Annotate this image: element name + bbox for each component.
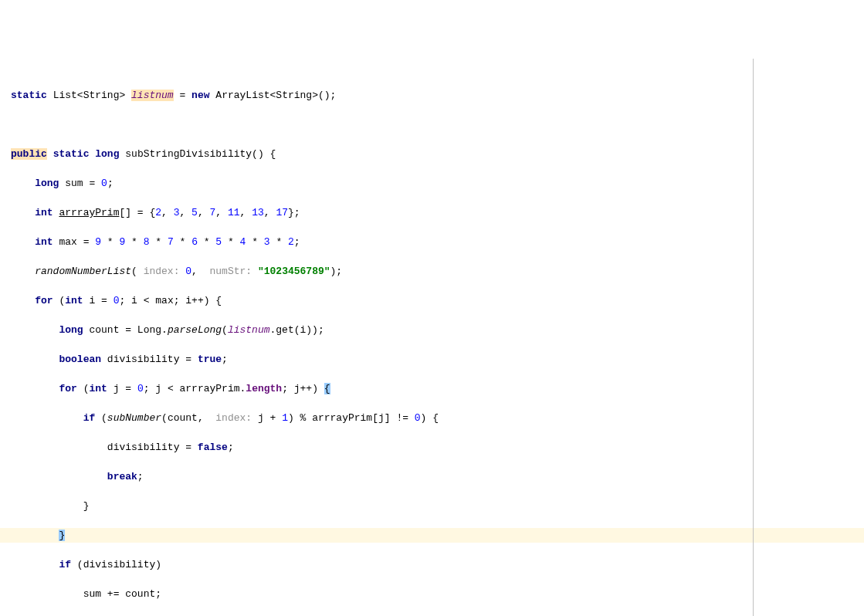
code-line[interactable]: long sum = 0; xyxy=(0,176,864,191)
code-line[interactable]: boolean divisibility = true; xyxy=(0,352,864,367)
code-line[interactable]: public static long subStringDivisibility… xyxy=(0,147,864,161)
code-line[interactable]: static List<String> listnum = new ArrayL… xyxy=(0,88,864,103)
margin-guide xyxy=(753,59,754,616)
code-line[interactable]: } xyxy=(0,499,864,513)
code-editor[interactable]: static List<String> listnum = new ArrayL… xyxy=(0,59,864,616)
code-line[interactable]: if (subNumber(count, index: j + 1) % arr… xyxy=(0,411,864,425)
code-line[interactable]: break; xyxy=(0,469,864,484)
code-line[interactable] xyxy=(0,117,864,132)
code-line[interactable]: int arrrayPrim[] = {2, 3, 5, 7, 11, 13, … xyxy=(0,205,864,220)
code-line[interactable]: long count = Long.parseLong(listnum.get(… xyxy=(0,323,864,337)
code-line[interactable]: for (int j = 0; j < arrrayPrim.length; j… xyxy=(0,381,864,396)
code-line[interactable]: sum += count; xyxy=(0,587,864,601)
code-line[interactable]: randomNumberList( index: 0, numStr: "102… xyxy=(0,264,864,279)
code-line[interactable]: for (int i = 0; i < max; i++) { xyxy=(0,293,864,308)
code-line[interactable]: if (divisibility) xyxy=(0,557,864,572)
code-line[interactable]: } xyxy=(0,528,864,543)
code-line[interactable]: divisibility = false; xyxy=(0,440,864,455)
code-line[interactable]: int max = 9 * 9 * 8 * 7 * 6 * 5 * 4 * 3 … xyxy=(0,235,864,249)
